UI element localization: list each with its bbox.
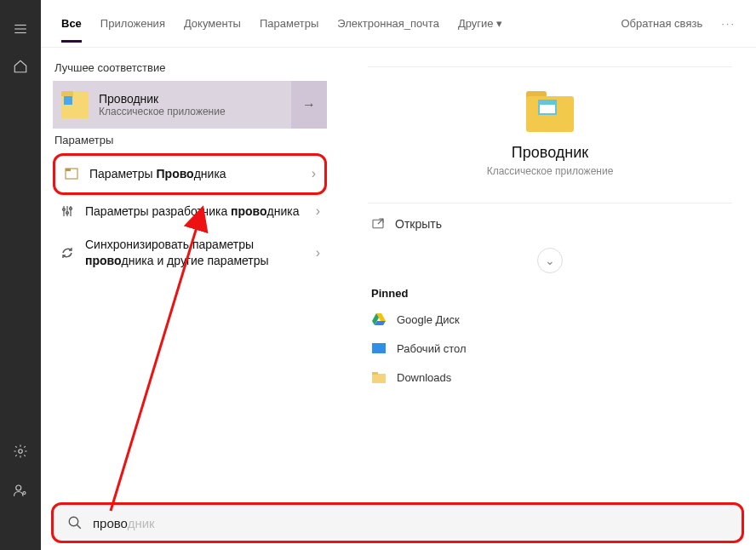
open-label: Открыть: [395, 217, 442, 231]
search-input[interactable]: проводник: [51, 502, 744, 543]
desktop-icon: [371, 341, 387, 356]
settings-result-label: Параметры Проводника: [89, 166, 301, 182]
search-panel: Все Приложения Документы Параметры Элект…: [41, 0, 756, 550]
file-explorer-icon: [61, 91, 89, 118]
tab-apps[interactable]: Приложения: [100, 12, 165, 35]
preview-pane: Проводник Классическое приложение Открыт…: [339, 48, 756, 550]
expand-down-button[interactable]: ⌄: [537, 248, 563, 273]
file-explorer-large-icon: [526, 91, 574, 132]
tab-all[interactable]: Все: [61, 12, 82, 43]
chevron-right-icon: ›: [312, 166, 316, 181]
open-icon: [371, 217, 385, 231]
svg-point-4: [16, 485, 21, 490]
pinned-item-google-drive[interactable]: Google Диск: [368, 308, 732, 330]
pinned-item-downloads[interactable]: Downloads: [368, 366, 732, 388]
best-match-title: Проводник: [99, 92, 226, 106]
annotation-highlight: Параметры Проводника ›: [53, 153, 327, 195]
preview-title: Проводник: [512, 144, 588, 162]
feedback-link[interactable]: Обратная связь: [621, 12, 702, 35]
tab-docs[interactable]: Документы: [184, 12, 241, 35]
pinned-label: Google Диск: [397, 313, 460, 326]
svg-point-5: [23, 492, 26, 495]
menu-icon[interactable]: [10, 19, 31, 39]
google-drive-icon: [371, 312, 387, 327]
tools-icon: [60, 203, 75, 219]
search-text: проводник: [93, 516, 155, 530]
pinned-header: Pinned: [368, 287, 732, 300]
parameters-header: Параметры: [54, 134, 325, 146]
best-match-result[interactable]: Проводник Классическое приложение →: [53, 81, 327, 129]
windows-taskbar: [0, 0, 41, 550]
settings-item-icon: [64, 166, 79, 181]
open-action[interactable]: Открыть: [368, 203, 732, 244]
pinned-label: Downloads: [397, 371, 451, 384]
svg-rect-7: [66, 169, 71, 171]
overflow-icon[interactable]: ···: [721, 17, 736, 30]
settings-result-sync[interactable]: Синхронизировать параметры проводника и …: [53, 228, 327, 278]
expand-arrow-icon[interactable]: →: [291, 81, 327, 129]
tab-email[interactable]: Электронная_почта: [337, 12, 439, 35]
svg-line-23: [77, 524, 81, 529]
tab-more[interactable]: Другие ▾: [458, 12, 502, 35]
tab-settings[interactable]: Параметры: [260, 12, 318, 35]
chevron-right-icon: ›: [316, 245, 320, 261]
svg-point-3: [19, 450, 23, 454]
filter-tabs: Все Приложения Документы Параметры Элект…: [41, 0, 756, 48]
best-match-header: Лучшее соответствие: [54, 61, 325, 74]
user-icon[interactable]: [10, 480, 31, 501]
settings-result-developer[interactable]: Параметры разработчика проводника ›: [53, 195, 327, 228]
results-column: Лучшее соответствие Проводник Классическ…: [41, 48, 339, 550]
gear-icon[interactable]: [10, 441, 31, 461]
pinned-item-desktop[interactable]: Рабочий стол: [368, 337, 732, 359]
home-icon[interactable]: [10, 56, 31, 77]
preview-subtitle: Классическое приложение: [487, 165, 614, 177]
svg-rect-19: [372, 343, 386, 353]
search-icon: [67, 515, 83, 530]
folder-icon: [371, 370, 387, 385]
settings-result-explorer-options[interactable]: Параметры Проводника ›: [57, 158, 323, 191]
settings-result-label: Параметры разработчика проводника: [85, 203, 306, 220]
sync-icon: [60, 245, 75, 261]
settings-result-label: Синхронизировать параметры проводника и …: [85, 237, 306, 269]
pinned-label: Рабочий стол: [397, 342, 467, 355]
best-match-subtitle: Классическое приложение: [99, 106, 226, 117]
svg-rect-21: [372, 372, 378, 375]
svg-point-22: [69, 517, 78, 526]
chevron-right-icon: ›: [316, 203, 320, 219]
svg-rect-20: [372, 374, 386, 383]
